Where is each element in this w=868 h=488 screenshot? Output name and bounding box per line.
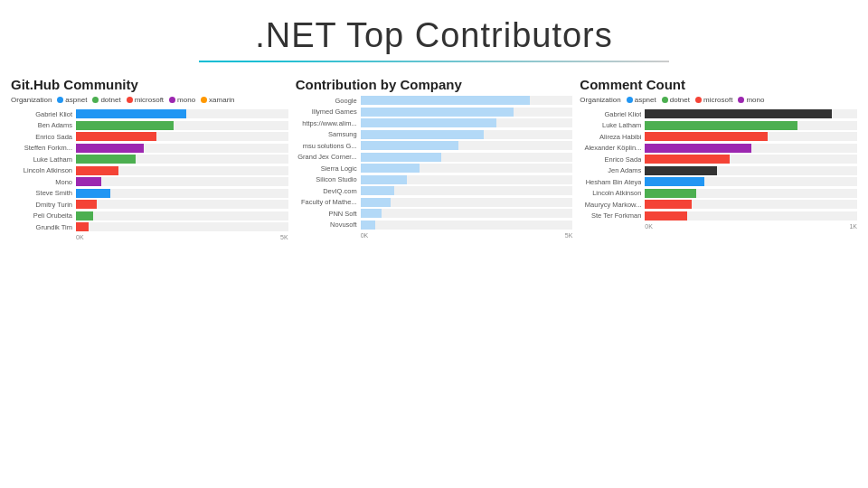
bar-label: Illymed Games	[296, 108, 357, 116]
bar-row: Faculty of Mathe...	[296, 198, 573, 207]
legend-dot-xamarin	[201, 97, 207, 103]
bar-label: Peli Orubeita	[11, 211, 72, 220]
page-title: .NET Top Contributors	[0, 0, 868, 61]
bar-segment	[645, 177, 704, 186]
bar-segment	[361, 164, 420, 173]
axis-max: 1K	[849, 223, 857, 230]
bar-row: Luke Latham	[580, 121, 857, 130]
bar-track	[76, 211, 288, 221]
bar-row: Grand Jex Corner...	[296, 153, 573, 162]
bar-segment	[361, 153, 441, 162]
bar-row: msu solutions G...	[296, 141, 573, 150]
legend-label-xamarin: xamarin	[209, 96, 234, 104]
bar-segment	[76, 155, 136, 164]
bar-track	[645, 144, 857, 153]
bar-track	[76, 166, 288, 175]
axis-max: 5K	[565, 232, 573, 239]
bar-track	[361, 153, 573, 162]
bar-row: Dmitry Turin	[11, 200, 288, 209]
bar-track	[361, 108, 573, 117]
bar-segment	[76, 189, 110, 198]
bar-row: Ben Adams	[11, 121, 288, 130]
bar-label: Jen Adams	[580, 166, 641, 174]
legend-label-mono: mono	[746, 96, 764, 104]
legend-label-aspnet: aspnet	[65, 96, 87, 104]
bar-label: Luke Latham	[580, 121, 641, 129]
bar-row: Gabriel Kliot	[11, 109, 288, 118]
legend-item-dotnet: dotnet	[662, 96, 690, 104]
bar-label: Steve Smith	[11, 189, 72, 197]
bar-label: Lincoln Atkinson	[11, 166, 72, 174]
legend-dot-aspnet	[57, 97, 63, 103]
legend-dot-mono	[738, 97, 744, 103]
bar-track	[76, 177, 288, 186]
bar-row: Mono	[11, 177, 288, 186]
bar-row: Hesham Bin Ateya	[580, 177, 857, 186]
bar-track	[361, 118, 573, 127]
bar-segment	[645, 211, 687, 221]
legend-item-microsoft: microsoft	[127, 96, 164, 104]
legend-github-community: Organizationaspnetdotnetmicrosoftmonoxam…	[11, 96, 288, 104]
bar-segment	[76, 109, 186, 118]
bar-track	[76, 222, 288, 231]
bar-row: Enrico Sada	[580, 155, 857, 164]
bar-track	[361, 141, 573, 150]
bar-segment	[361, 130, 484, 139]
bar-label: Alireza Habibi	[580, 133, 641, 141]
legend-org-label: Organization	[11, 96, 52, 104]
legend-item-dotnet: dotnet	[92, 96, 120, 104]
bar-segment	[645, 132, 768, 141]
legend-label-dotnet: dotnet	[670, 96, 690, 104]
bar-label: Ben Adams	[11, 121, 72, 129]
bar-segment	[76, 222, 89, 231]
bar-row: Illymed Games	[296, 108, 573, 117]
axis-max: 5K	[280, 234, 288, 240]
bar-segment	[76, 144, 144, 153]
legend-item-mono: mono	[738, 96, 764, 104]
bar-label: Sierra Logic	[296, 164, 357, 173]
bar-track	[645, 166, 857, 175]
bar-track	[361, 198, 573, 207]
bar-row: Lincoln Atkinson	[580, 189, 857, 198]
bar-label: PNN Soft	[296, 210, 357, 218]
legend-label-aspnet: aspnet	[635, 96, 656, 104]
bar-label: Lincoln Atkinson	[580, 189, 641, 197]
bar-segment	[76, 166, 118, 175]
bar-row: Sierra Logic	[296, 164, 573, 173]
bar-track	[645, 211, 857, 221]
bar-segment	[76, 121, 174, 130]
bar-segment	[361, 141, 458, 150]
bar-segment	[645, 109, 832, 118]
bar-segment	[76, 200, 97, 209]
axis-min: 0K	[645, 223, 653, 230]
legend-comment-count: Organizationaspnetdotnetmicrosoftmono	[580, 96, 857, 104]
bar-row: Ste Ter Forkman	[580, 211, 857, 221]
bar-track	[76, 121, 288, 130]
legend-item-microsoft: microsoft	[695, 96, 732, 104]
legend-dot-microsoft	[127, 97, 133, 103]
bar-label: https://www.alim...	[296, 119, 357, 127]
bar-label: Silicon Studio	[296, 175, 357, 183]
bar-label: msu solutions G...	[296, 142, 357, 150]
bar-track	[76, 155, 288, 164]
chart-panel-github-community: Git.Hub CommunityOrganizationaspnetdotne…	[11, 77, 288, 240]
charts-container: Git.Hub CommunityOrganizationaspnetdotne…	[0, 77, 868, 240]
bar-track	[361, 96, 573, 105]
bar-label: Enrico Sada	[11, 133, 72, 141]
bar-row: Maurycy Markow...	[580, 200, 857, 209]
bar-segment	[76, 211, 93, 221]
chart-title-contribution-by-company: Contribution by Company	[296, 77, 573, 92]
bar-row: DevIQ.com	[296, 186, 573, 195]
bar-label: Grundik Tim	[11, 223, 72, 231]
legend-item-aspnet: aspnet	[57, 96, 87, 104]
bar-segment	[645, 200, 692, 209]
bar-track	[76, 144, 288, 153]
bar-segment	[361, 198, 391, 207]
bar-label: Steffen Forkm...	[11, 144, 72, 152]
bar-label: Maurycy Markow...	[580, 201, 641, 209]
bar-track	[645, 109, 857, 118]
bar-row: Steve Smith	[11, 189, 288, 198]
bar-segment	[361, 221, 375, 230]
bar-segment	[645, 121, 797, 130]
bar-track	[361, 164, 573, 173]
